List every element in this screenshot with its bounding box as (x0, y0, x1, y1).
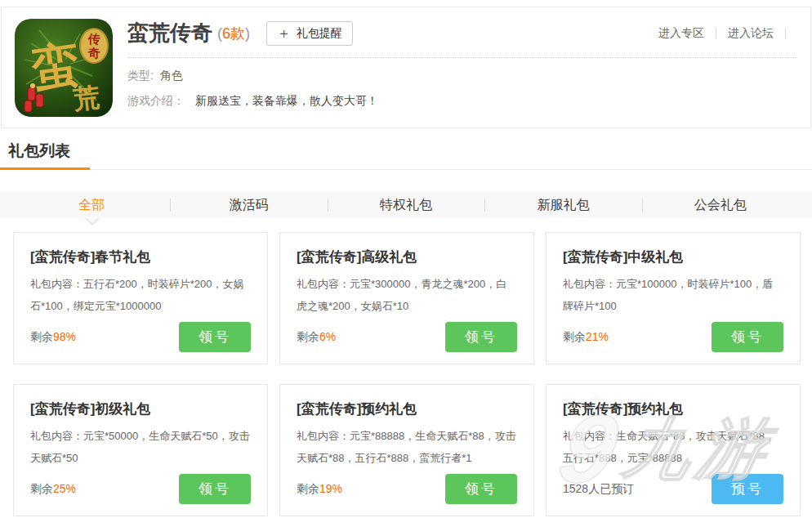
remaining-status: 剩余98% (30, 330, 76, 345)
content-label: 礼包内容： (30, 278, 83, 290)
remaining-status: 剩余19% (297, 482, 342, 497)
gift-card-footer: 剩余6% 领号 (297, 322, 517, 352)
section-underline (0, 169, 812, 170)
game-header-main: 蛮荒传奇 (6款) ＋ 礼包提醒 进入专区 进入论坛 类型: 角色 游戏介绍： … (127, 19, 797, 116)
status-percent: 19% (319, 482, 342, 495)
game-count-badge: (6款) (217, 24, 250, 43)
status-percent: 6% (319, 330, 336, 343)
gift-card-footer: 剩余98% 领号 (30, 322, 251, 352)
status-label: 剩余 (297, 482, 319, 495)
gift-card-footer: 1528人已预订 预号 (563, 474, 783, 504)
content-label: 礼包内容： (30, 430, 83, 442)
game-intro-row: 游戏介绍： 新服送宝，装备靠爆，散人变大哥！ (127, 94, 797, 109)
content-label: 礼包内容： (297, 278, 350, 290)
intro-label: 游戏介绍： (127, 94, 185, 107)
plus-icon: ＋ (277, 26, 291, 40)
gift-card: [蛮荒传奇]预约礼包 礼包内容：元宝*88888，生命天赋石*88，攻击天赋石*… (279, 384, 534, 516)
status-label: 1528人已预订 (563, 482, 634, 495)
remaining-status: 剩余25% (30, 482, 76, 497)
game-icon-art: 蛮 荒 传 奇 (15, 19, 113, 117)
gift-card-footer: 剩余21% 领号 (563, 322, 783, 352)
game-title-row: 蛮荒传奇 (6款) ＋ 礼包提醒 进入专区 进入论坛 (127, 19, 797, 58)
gift-card-title: [蛮荒传奇]高级礼包 (297, 248, 517, 266)
gift-card-footer: 剩余19% 领号 (297, 474, 517, 504)
game-icon[interactable]: 蛮 荒 传 奇 (15, 19, 113, 117)
gift-card: [蛮荒传奇]预约礼包 礼包内容：生命天赋石*88，攻击天赋石*88，五行石*88… (546, 384, 801, 516)
preorder-status: 1528人已预订 (563, 482, 634, 497)
type-label: 类型: (127, 69, 154, 82)
gift-card: [蛮荒传奇]春节礼包 礼包内容：五行石*200，时装碎片*200，女娲石*100… (13, 232, 268, 364)
gift-card-content: 礼包内容：生命天赋石*88，攻击天赋石*88，五行石*888，元宝*88888 (563, 425, 783, 469)
content-label: 礼包内容： (563, 430, 616, 442)
enter-forum-link[interactable]: 进入论坛 (728, 26, 774, 41)
tab-all[interactable]: 全部 (13, 192, 170, 218)
gift-card: [蛮荒传奇]高级礼包 礼包内容：元宝*300000，青龙之魂*200，白虎之魂*… (279, 232, 534, 364)
claim-code-button[interactable]: 领号 (179, 474, 251, 504)
icon-badge-char-2: 奇 (87, 46, 100, 60)
gift-card-content: 礼包内容：元宝*100000，时装碎片*100，盾牌碎片*100 (563, 273, 783, 317)
enter-zone-link[interactable]: 进入专区 (658, 26, 704, 41)
status-percent: 25% (53, 482, 76, 495)
gift-card-title: [蛮荒传奇]初级礼包 (30, 400, 251, 418)
link-divider (785, 28, 786, 39)
gift-card: [蛮荒传奇]初级礼包 礼包内容：元宝*50000，生命天赋石*50，攻击天赋石*… (13, 384, 268, 516)
status-label: 剩余 (563, 330, 586, 343)
claim-code-button[interactable]: 领号 (445, 322, 517, 352)
status-label: 剩余 (30, 482, 53, 495)
tab-guild-gift[interactable]: 公会礼包 (642, 192, 799, 218)
gift-reminder-label: 礼包提醒 (297, 26, 342, 41)
game-count-value: 6款 (222, 25, 245, 42)
gift-card-content: 礼包内容：元宝*88888，生命天赋石*88，攻击天赋石*88，五行石*888，… (297, 425, 517, 469)
icon-badge: 传 奇 (80, 29, 108, 63)
content-label: 礼包内容： (297, 430, 350, 442)
gift-card: [蛮荒传奇]中级礼包 礼包内容：元宝*100000，时装碎片*100，盾牌碎片*… (546, 232, 801, 364)
status-percent: 98% (53, 330, 76, 343)
intro-value: 新服送宝，装备靠爆，散人变大哥！ (195, 94, 378, 107)
gift-card-content: 礼包内容：五行石*200，时装碎片*200，女娲石*100，绑定元宝*10000… (30, 273, 251, 317)
content-label: 礼包内容： (563, 278, 616, 290)
gift-card-title: [蛮荒传奇]预约礼包 (563, 400, 783, 418)
gift-card-grid: [蛮荒传奇]春节礼包 礼包内容：五行石*200，时装碎片*200，女娲石*100… (13, 232, 801, 516)
type-value: 角色 (160, 69, 183, 82)
preorder-code-button[interactable]: 预号 (712, 474, 783, 504)
gift-card-title: [蛮荒传奇]中级礼包 (563, 248, 783, 266)
remaining-status: 剩余6% (297, 330, 336, 345)
gift-card-footer: 剩余25% 领号 (30, 474, 251, 504)
tab-new-server-gift[interactable]: 新服礼包 (484, 192, 641, 218)
game-header: 蛮 荒 传 奇 蛮荒传奇 (6款) ＋ 礼包提醒 进入专区 (1, 7, 811, 128)
claim-code-button[interactable]: 领号 (712, 322, 783, 352)
gift-card-content: 礼包内容：元宝*50000，生命天赋石*50，攻击天赋石*50 (30, 425, 251, 469)
gift-card-title: [蛮荒传奇]春节礼包 (30, 248, 251, 266)
section-title: 礼包列表 (8, 141, 804, 162)
section-underline-accent (0, 167, 90, 170)
tab-privilege-gift[interactable]: 特权礼包 (328, 192, 484, 218)
remaining-status: 剩余21% (563, 330, 609, 345)
count-paren-close: ) (245, 25, 250, 42)
claim-code-button[interactable]: 领号 (445, 474, 517, 504)
game-type-row: 类型: 角色 (127, 69, 797, 83)
gift-card-content: 礼包内容：元宝*300000，青龙之魂*200，白虎之魂*200，女娲石*10 (297, 273, 517, 317)
status-label: 剩余 (30, 330, 53, 343)
gift-card-title: [蛮荒传奇]预约礼包 (297, 400, 517, 418)
gift-tabs: 全部 激活码 特权礼包 新服礼包 公会礼包 (0, 192, 812, 218)
header-links: 进入专区 进入论坛 (658, 26, 797, 41)
link-divider (716, 28, 716, 39)
status-label: 剩余 (297, 330, 319, 343)
active-tab-caret (85, 218, 100, 233)
gift-reminder-button[interactable]: ＋ 礼包提醒 (266, 21, 353, 46)
tab-activation-code[interactable]: 激活码 (170, 192, 327, 218)
claim-code-button[interactable]: 领号 (179, 322, 251, 352)
icon-badge-char-1: 传 (87, 32, 101, 46)
game-title: 蛮荒传奇 (127, 19, 212, 47)
icon-art-char-2: 荒 (72, 82, 101, 114)
status-percent: 21% (586, 330, 609, 343)
